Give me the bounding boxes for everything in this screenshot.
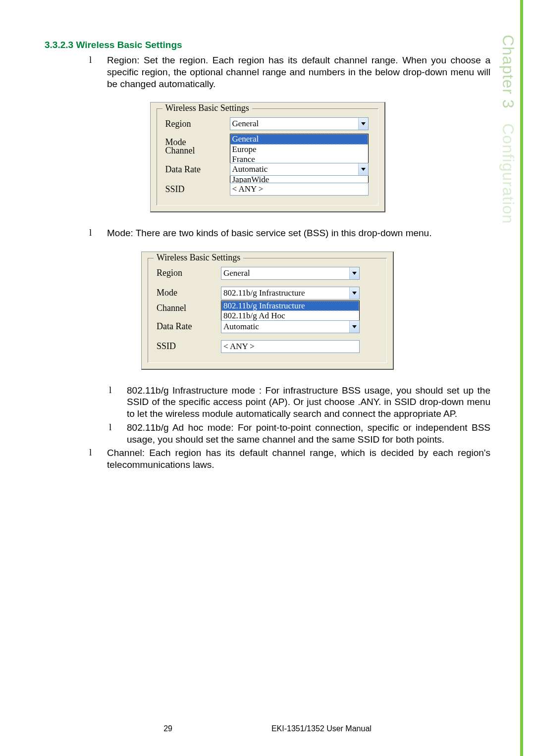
fieldset-legend: Wireless Basic Settings [162,103,252,113]
chevron-down-icon [352,325,357,328]
combo-mode2-value: 802.11b/g Infrastructure [221,288,349,298]
bullet-channel: l Channel: Each region has its default c… [89,447,490,471]
label-ssid2: SSID [157,341,221,352]
combo-region2[interactable]: General [221,267,360,280]
combo-region[interactable]: General [230,117,369,130]
row-region2: Region General [157,267,386,280]
row-region: Region General [165,117,377,130]
bullet-channel-text: Channel: Each region has its default cha… [107,447,490,471]
label-channel: Channel [165,146,230,156]
label-channel2: Channel [157,303,221,313]
svg-marker-0 [361,122,366,125]
label-region2: Region [157,268,221,278]
bullet-region: l Region: Set the region. Each region ha… [89,54,490,90]
combo-region2-value: General [221,268,349,278]
combo-datarate-value: Automatic [230,164,358,174]
side-chapter-title: Configuration [499,123,517,224]
fieldset-legend: Wireless Basic Settings [154,252,243,263]
bullet-marker: l [89,447,107,471]
row-datarate2: Data Rate Automatic [157,320,386,333]
chevron-down-icon [352,292,357,295]
side-chapter-label: Chapter 3 Configuration [499,35,517,224]
row-ssid: SSID < ANY > [165,183,377,196]
footer-page-number: 29 [163,724,172,733]
page-body: 3.3.2.3 Wireless Basic Settings l Region… [0,0,535,471]
side-accent-bar [520,0,523,756]
wireless-settings-panel-region: Wireless Basic Settings Region General M… [150,102,385,212]
bullet-marker: l [109,385,127,420]
row-channel2: Channel [157,303,386,313]
combo-mode2[interactable]: 802.11b/g Infrastructure [221,287,360,300]
svg-marker-3 [352,292,357,295]
combo-datarate2-arrow[interactable] [349,321,359,333]
heading-number: 3.3.2.3 [45,40,73,50]
row-datarate: Data Rate Automatic [165,163,377,176]
side-chapter-number: Chapter 3 [499,35,517,109]
bullet-marker: l [109,422,127,446]
textbox-ssid2[interactable]: < ANY > [221,340,360,353]
bullet-infra: l 802.11b/g Infrastructure mode : For in… [109,385,490,420]
svg-marker-2 [352,272,357,275]
section-heading: 3.3.2.3 Wireless Basic Settings [45,40,490,50]
row-channel: Channel [165,146,377,156]
bullet-mode: l Mode: There are two kinds of basic ser… [89,227,490,239]
combo-datarate[interactable]: Automatic [230,163,369,176]
combo-mode2-arrow[interactable] [349,287,359,299]
label-region: Region [165,119,230,129]
chevron-down-icon [352,272,357,275]
row-ssid2: SSID < ANY > [157,340,386,353]
label-mode2: Mode [157,288,221,298]
bullet-infra-text: 802.11b/g Infrastructure mode : For infr… [127,385,490,420]
label-datarate2: Data Rate [157,321,221,332]
row-mode2: Mode 802.11b/g Infrastructure [157,287,386,300]
bullet-region-text: Region: Set the region. Each region has … [107,54,490,90]
page-footer: 29 EKI-1351/1352 User Manual [0,724,535,733]
chevron-down-icon [361,122,366,125]
bullet-adhoc-text: 802.11b/g Ad hoc mode: For point-to-poin… [127,422,490,446]
combo-datarate2-value: Automatic [221,322,349,332]
svg-marker-4 [352,325,357,328]
label-ssid: SSID [165,184,230,195]
bullet-marker: l [89,54,107,90]
chevron-down-icon [361,168,366,171]
footer-manual-name: EKI-1351/1352 User Manual [271,724,372,733]
bullet-adhoc: l 802.11b/g Ad hoc mode: For point-to-po… [109,422,490,446]
combo-datarate-arrow[interactable] [358,163,368,175]
combo-datarate2[interactable]: Automatic [221,320,360,333]
combo-region-arrow[interactable] [358,118,368,130]
textbox-ssid[interactable]: < ANY > [230,183,369,196]
textbox-ssid2-value: < ANY > [223,342,255,352]
combo-region2-arrow[interactable] [349,267,359,279]
bullet-marker: l [89,227,107,239]
textbox-ssid-value: < ANY > [232,184,264,194]
combo-region-value: General [230,119,358,129]
bullet-mode-text: Mode: There are two kinds of basic servi… [107,227,490,239]
heading-title: Wireless Basic Settings [76,40,182,50]
wireless-settings-panel-mode: Wireless Basic Settings Region General M… [141,252,394,370]
svg-marker-1 [361,168,366,171]
label-datarate: Data Rate [165,164,230,175]
